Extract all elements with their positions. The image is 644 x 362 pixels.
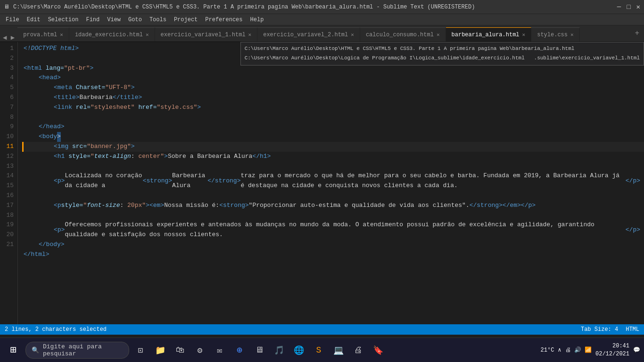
tab-exercicio1[interactable]: exercicio_variavel_1.html ✕ bbox=[155, 27, 258, 41]
close-button[interactable]: ✕ bbox=[636, 3, 640, 11]
tab-label: idade_exercicio.html bbox=[75, 32, 143, 38]
line-num-8: 8 bbox=[4, 113, 14, 123]
menu-selection[interactable]: Selection bbox=[44, 16, 83, 24]
code-line-21 bbox=[24, 260, 644, 270]
line-num-7: 7 bbox=[4, 103, 14, 113]
notification-icon[interactable]: 💬 bbox=[633, 346, 640, 354]
tab-idade[interactable]: idade_exercicio.html ✕ bbox=[69, 27, 155, 41]
tab-close-idade[interactable]: ✕ bbox=[146, 32, 149, 38]
tab-nav-arrows[interactable]: ◀ ▶ bbox=[0, 33, 17, 41]
tab-exercicio2[interactable]: exercicio_variavel_2.html ✕ bbox=[257, 27, 360, 41]
music-icon[interactable]: 🎵 bbox=[271, 342, 288, 359]
app-icon-3[interactable]: 🔖 bbox=[370, 342, 387, 359]
tab-size-info: Tab Size: 4 bbox=[581, 326, 618, 333]
tab-label: exercicio_variavel_2.html bbox=[263, 32, 348, 38]
menu-preferences[interactable]: Preferences bbox=[201, 16, 246, 24]
title-bar-controls: ─ □ ✕ bbox=[617, 3, 640, 11]
tab-close-barbearia[interactable]: ✕ bbox=[522, 32, 526, 38]
task-view-button[interactable]: ⊡ bbox=[132, 342, 149, 359]
line-numbers: 1 2 3 4 5 6 7 8 9 10 11 12 13 14 15 16 1… bbox=[0, 42, 18, 324]
tab-calculo[interactable]: calculo_consumo.html ✕ bbox=[360, 27, 446, 41]
search-placeholder: Digite aqui para pesquisar bbox=[43, 343, 123, 357]
tab-barbearia[interactable]: barbearia_alura.html ✕ bbox=[446, 27, 532, 41]
minimize-button[interactable]: ─ bbox=[617, 3, 621, 11]
menu-bar: File Edit Selection Find View Goto Tools… bbox=[0, 14, 644, 25]
taskbar-sys-icons: 🖨 🔊 📶 bbox=[565, 346, 592, 354]
status-bar: 2 lines, 2 characters selected Tab Size:… bbox=[0, 324, 644, 335]
status-right: Tab Size: 4 HTML bbox=[581, 326, 639, 333]
taskbar-right: 21°C ∧ 🖨 🔊 📶 20:41 02/12/2021 💬 bbox=[541, 342, 640, 358]
code-line-10: <body> bbox=[24, 132, 644, 142]
title-bar-left: 🖥 C:\Users\Marco Aurélio\Desktop\HTML e … bbox=[4, 3, 475, 10]
search-bar[interactable]: 🔍 Digite aqui para pesquisar bbox=[25, 342, 129, 359]
tab-add-button[interactable]: + bbox=[630, 29, 644, 38]
clock: 20:41 02/12/2021 bbox=[595, 342, 629, 358]
tab-close-style[interactable]: ✕ bbox=[570, 32, 574, 38]
taskbar-up-icon: ∧ bbox=[558, 346, 561, 354]
line-num-21: 21 bbox=[4, 240, 14, 250]
menu-edit[interactable]: Edit bbox=[23, 16, 44, 24]
menu-help[interactable]: Help bbox=[247, 16, 268, 24]
menu-goto[interactable]: Goto bbox=[124, 16, 146, 24]
tab-style[interactable]: style.css ✕ bbox=[531, 27, 579, 41]
code-line-7: <link rel="stylesheet" href="style.css"> bbox=[24, 103, 644, 113]
search-icon: 🔍 bbox=[32, 346, 39, 354]
code-line-12: <h1 style="text-align: center">Sobre a B… bbox=[24, 152, 644, 162]
line-num-1: 1 bbox=[4, 44, 14, 54]
status-left: 2 lines, 2 characters selected bbox=[5, 326, 107, 333]
edge-icon[interactable]: 🌐 bbox=[290, 342, 307, 359]
code-line-14: <p>Localizada no coração da cidade a <st… bbox=[24, 171, 644, 191]
code-line-18: <p>Oferecemos profissionais experientes … bbox=[24, 220, 644, 240]
monitor-icon[interactable]: 🖥 bbox=[251, 342, 268, 359]
title-bar: 🖥 C:\Users\Marco Aurélio\Desktop\HTML e … bbox=[0, 0, 644, 14]
tab-close-exercicio2[interactable]: ✕ bbox=[351, 32, 354, 38]
sublime-icon[interactable]: S bbox=[310, 342, 327, 359]
status-selection-info: 2 lines, 2 characters selected bbox=[5, 326, 107, 333]
line-num-18: 18 bbox=[4, 211, 14, 221]
tooltip-path2: C:\Users\Marco Aurélio\Desktop\Logica de… bbox=[245, 54, 640, 63]
line-num-6: 6 bbox=[4, 93, 14, 103]
tabs-bar: ◀ ▶ prova.html ✕ idade_exercicio.html ✕ … bbox=[0, 25, 644, 42]
tab-close-exercicio1[interactable]: ✕ bbox=[248, 32, 252, 38]
tooltip-path1: C:\Users\Marco Aurélio\Desktop\HTML e CS… bbox=[245, 44, 640, 54]
line-num-15: 15 bbox=[4, 181, 14, 191]
code-line-17 bbox=[24, 211, 644, 221]
line-num-17: 17 bbox=[4, 201, 14, 211]
line-num-16: 16 bbox=[4, 191, 14, 201]
file-explorer-icon[interactable]: 📁 bbox=[152, 342, 169, 359]
tab-close-prova[interactable]: ✕ bbox=[60, 32, 63, 38]
maximize-button[interactable]: □ bbox=[627, 3, 630, 11]
menu-file[interactable]: File bbox=[2, 16, 23, 24]
code-line-20: </html> bbox=[24, 250, 644, 260]
code-line-8 bbox=[24, 113, 644, 123]
menu-tools[interactable]: Tools bbox=[146, 16, 170, 24]
settings-icon[interactable]: ⚙ bbox=[191, 342, 208, 359]
line-num-2: 2 bbox=[4, 54, 14, 64]
line-num-14: 14 bbox=[4, 171, 14, 181]
store-icon[interactable]: 🛍 bbox=[172, 342, 189, 359]
active-line-indicator bbox=[22, 142, 24, 152]
start-button[interactable]: ⊞ bbox=[4, 341, 23, 360]
code-line-13 bbox=[24, 162, 644, 172]
code-icon[interactable]: 💻 bbox=[330, 342, 347, 359]
tab-prova[interactable]: prova.html ✕ bbox=[17, 27, 69, 41]
tab-close-calculo[interactable]: ✕ bbox=[437, 32, 440, 38]
line-num-10: 10 bbox=[4, 132, 14, 142]
tab-label: exercicio_variavel_1.html bbox=[161, 32, 246, 38]
code-line-11: <img src="banner.jpg"> bbox=[24, 142, 644, 152]
language-info: HTML bbox=[626, 326, 639, 333]
tab-label: barbearia_alura.html bbox=[452, 32, 520, 38]
menu-find[interactable]: Find bbox=[82, 16, 103, 24]
app-icon-2[interactable]: 🖨 bbox=[350, 342, 367, 359]
taskbar: ⊞ 🔍 Digite aqui para pesquisar ⊡ 📁 🛍 ⚙ ✉… bbox=[0, 337, 644, 362]
tab-label: style.css bbox=[537, 32, 568, 38]
clock-time: 20:41 bbox=[595, 342, 629, 350]
code-content[interactable]: <!DOCTYPE html> <html lang="pt-br"> <hea… bbox=[18, 42, 644, 324]
path-tooltip: C:\Users\Marco Aurélio\Desktop\HTML e CS… bbox=[240, 42, 644, 66]
menu-project[interactable]: Project bbox=[170, 16, 201, 24]
mail-icon[interactable]: ✉ bbox=[211, 342, 228, 359]
tab-label: calculo_consumo.html bbox=[366, 32, 434, 38]
menu-view[interactable]: View bbox=[103, 16, 124, 24]
line-num-19: 19 bbox=[4, 220, 14, 230]
chrome-icon[interactable]: ⊕ bbox=[231, 342, 248, 359]
